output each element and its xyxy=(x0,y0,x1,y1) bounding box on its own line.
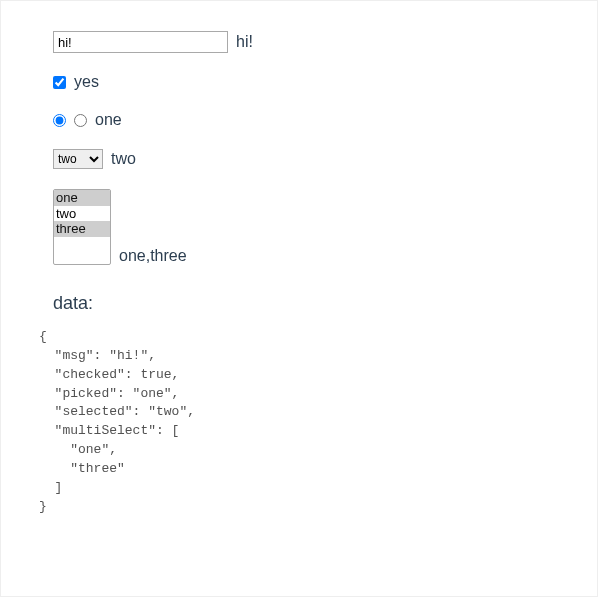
checkbox-label: yes xyxy=(74,73,99,91)
multiselect-echo: one,three xyxy=(119,247,187,265)
demo-panel: hi! yes one onetwothree two onetwothree … xyxy=(0,0,598,597)
yes-checkbox[interactable] xyxy=(53,76,66,89)
select-echo: two xyxy=(111,150,136,168)
checkbox-row: yes xyxy=(53,73,567,91)
text-input-row: hi! xyxy=(53,31,567,53)
data-heading: data: xyxy=(53,293,567,314)
multiselect-row: onetwothree one,three xyxy=(53,189,567,265)
message-input[interactable] xyxy=(53,31,228,53)
radio-row: one xyxy=(53,111,567,129)
data-dump: { "msg": "hi!", "checked": true, "picked… xyxy=(39,328,567,516)
message-echo: hi! xyxy=(236,33,253,51)
multi-select[interactable]: onetwothree xyxy=(53,189,111,265)
single-select[interactable]: onetwothree xyxy=(53,149,103,169)
radio-two[interactable] xyxy=(74,114,87,127)
select-row: onetwothree two xyxy=(53,149,567,169)
radio-echo: one xyxy=(95,111,122,129)
radio-one[interactable] xyxy=(53,114,66,127)
